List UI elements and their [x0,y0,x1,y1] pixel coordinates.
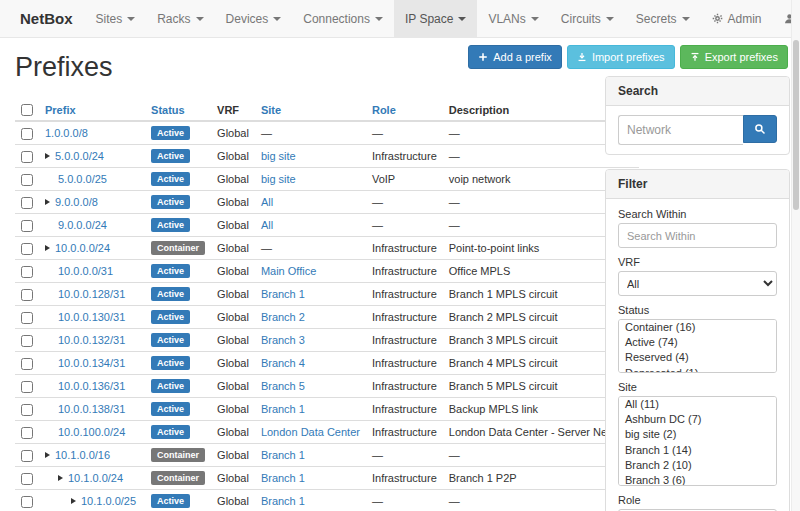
site-link[interactable]: All [261,219,273,231]
site-link[interactable]: Branch 1 [261,449,305,461]
search-button[interactable] [743,115,777,143]
site-filter-listbox[interactable]: All (11)Ashburn DC (7)big site (2)Branch… [618,396,777,486]
sort-header-prefix[interactable]: Prefix [45,104,76,116]
filter-panel-title: Filter [606,170,789,199]
site-link[interactable]: Branch 1 [261,403,305,415]
row-checkbox[interactable] [21,266,33,278]
role-cell-text: Infrastructure [372,380,437,392]
description-cell-text: — [449,196,460,208]
brand[interactable]: NetBox [8,0,85,37]
nav-item-ip-space[interactable]: IP Space [394,0,477,37]
select-all-checkbox[interactable] [21,104,33,116]
nav-item-secrets[interactable]: Secrets [625,0,701,37]
prefix-link[interactable]: 10.0.0.128/31 [58,288,125,300]
sort-header-site[interactable]: Site [261,104,281,116]
site-link[interactable]: Main Office [261,265,316,277]
search-panel-title: Search [606,77,789,106]
export-prefixes-label: Export prefixes [705,50,778,64]
prefix-link[interactable]: 10.0.0.0/31 [58,265,113,277]
row-checkbox[interactable] [21,358,33,370]
vertical-scrollbar[interactable] [791,0,800,511]
prefix-link[interactable]: 10.0.0.134/31 [58,357,125,369]
site-link[interactable]: Branch 3 [261,334,305,346]
site-link[interactable]: London Data Center [261,426,360,438]
search-within-input[interactable] [618,223,777,248]
row-checkbox[interactable] [21,335,33,347]
site-link[interactable]: Branch 1 [261,288,305,300]
role-cell-text: Infrastructure [372,242,437,254]
prefix-link[interactable]: 1.0.0.0/8 [45,127,88,139]
row-checkbox[interactable] [21,381,33,393]
select-option[interactable]: Container (16) [619,320,776,335]
vrf-select[interactable]: All [618,271,777,296]
prefix-link[interactable]: 10.1.0.0/16 [55,449,110,461]
nav-item-sites[interactable]: Sites [85,0,147,37]
site-link[interactable]: Branch 2 [261,311,305,323]
status-filter-listbox[interactable]: Container (16)Active (74)Reserved (4)Dep… [618,319,777,373]
table-row: 10.1.0.0/16 Container Global Branch 1 — … [15,444,639,467]
tree-indent [45,179,58,180]
select-option[interactable]: big site (2) [619,427,776,442]
row-checkbox[interactable] [21,450,33,462]
select-option[interactable]: All (11) [619,397,776,412]
prefix-link[interactable]: 10.0.0.0/24 [55,242,110,254]
navbar: NetBox Sites Racks Devices Connections I… [0,0,800,38]
site-link[interactable]: Branch 4 [261,357,305,369]
row-checkbox[interactable] [21,496,33,508]
nav-item-circuits[interactable]: Circuits [550,0,625,37]
select-option[interactable]: Deprecated (1) [619,366,776,373]
scrollbar-thumb[interactable] [793,40,799,210]
select-option[interactable]: Reserved (4) [619,350,776,365]
row-checkbox[interactable] [21,473,33,485]
nav-item-connections[interactable]: Connections [292,0,394,37]
prefix-link[interactable]: 10.0.0.130/31 [58,311,125,323]
add-prefix-button[interactable]: Add a prefix [468,45,562,69]
nav-item-vlans[interactable]: VLANs [477,0,549,37]
row-checkbox[interactable] [21,197,33,209]
select-option[interactable]: Branch 3 (6) [619,473,776,486]
sort-header-role[interactable]: Role [372,104,396,116]
site-link[interactable]: All [261,196,273,208]
select-option[interactable]: Ashburn DC (7) [619,412,776,427]
sort-header-status[interactable]: Status [151,104,185,116]
import-prefixes-button[interactable]: Import prefixes [567,45,675,69]
select-option[interactable]: Branch 2 (10) [619,458,776,473]
export-prefixes-button[interactable]: Export prefixes [680,45,788,69]
row-checkbox[interactable] [21,220,33,232]
row-checkbox[interactable] [21,289,33,301]
prefix-link[interactable]: 9.0.0.0/8 [55,196,98,208]
vrf-cell-text: Global [217,311,249,323]
row-checkbox[interactable] [21,128,33,140]
description-cell-text: voip network [449,173,511,185]
row-checkbox[interactable] [21,151,33,163]
site-link[interactable]: big site [261,150,296,162]
role-cell-text: Infrastructure [372,288,437,300]
prefix-link[interactable]: 5.0.0.0/25 [58,173,107,185]
row-checkbox[interactable] [21,243,33,255]
prefix-link[interactable]: 9.0.0.0/24 [58,219,107,231]
site-link[interactable]: Branch 1 [261,495,305,507]
prefix-link[interactable]: 10.0.0.138/31 [58,403,125,415]
row-checkbox[interactable] [21,427,33,439]
nav-item-label: VLANs [488,12,525,26]
nav-item-devices[interactable]: Devices [215,0,293,37]
prefix-link[interactable]: 5.0.0.0/24 [55,150,104,162]
prefix-link[interactable]: 10.1.0.0/24 [68,472,123,484]
site-link[interactable]: Branch 1 [261,472,305,484]
select-option[interactable]: Branch 1 (14) [619,443,776,458]
site-link[interactable]: Branch 5 [261,380,305,392]
search-input[interactable] [618,115,743,145]
select-option[interactable]: Active (74) [619,335,776,350]
nav-item-racks[interactable]: Racks [146,0,214,37]
nav-item-admin[interactable]: Admin [701,0,773,37]
role-cell-text: — [372,196,383,208]
row-checkbox[interactable] [21,174,33,186]
prefix-link[interactable]: 10.0.0.132/31 [58,334,125,346]
row-checkbox[interactable] [21,404,33,416]
prefix-link[interactable]: 10.0.100.0/24 [58,426,125,438]
row-checkbox[interactable] [21,312,33,324]
prefix-link[interactable]: 10.1.0.0/25 [81,495,136,507]
site-link[interactable]: big site [261,173,296,185]
prefix-link[interactable]: 10.0.0.136/31 [58,380,125,392]
description-cell-text: — [449,449,460,461]
